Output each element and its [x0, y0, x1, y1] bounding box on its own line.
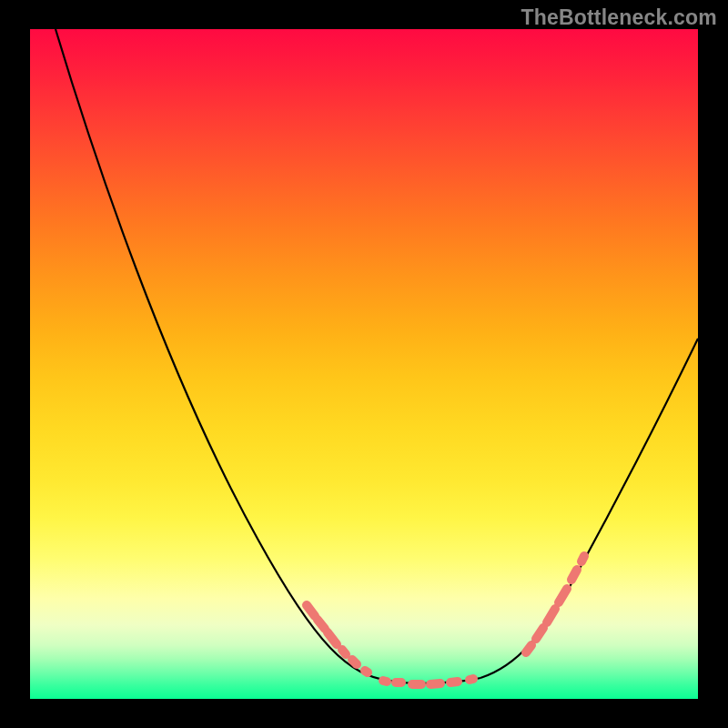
svg-line-14 [547, 609, 555, 622]
watermark: TheBottleneck.com [521, 5, 717, 30]
curve-right [480, 339, 698, 678]
curve-layer [30, 29, 698, 699]
svg-line-4 [352, 660, 357, 664]
svg-line-12 [526, 645, 531, 652]
svg-line-16 [571, 570, 577, 580]
svg-line-3 [342, 650, 346, 654]
curve-left [56, 29, 389, 681]
svg-line-6 [383, 681, 387, 682]
svg-line-9 [430, 683, 440, 684]
svg-line-1 [318, 620, 325, 629]
chart-frame: TheBottleneck.com [0, 0, 728, 728]
svg-line-15 [559, 589, 567, 602]
svg-line-17 [581, 556, 584, 561]
svg-line-2 [328, 632, 337, 644]
svg-line-0 [307, 605, 315, 616]
svg-line-11 [470, 679, 473, 680]
svg-line-13 [536, 628, 543, 639]
svg-line-5 [365, 671, 368, 672]
svg-line-10 [450, 682, 458, 682]
